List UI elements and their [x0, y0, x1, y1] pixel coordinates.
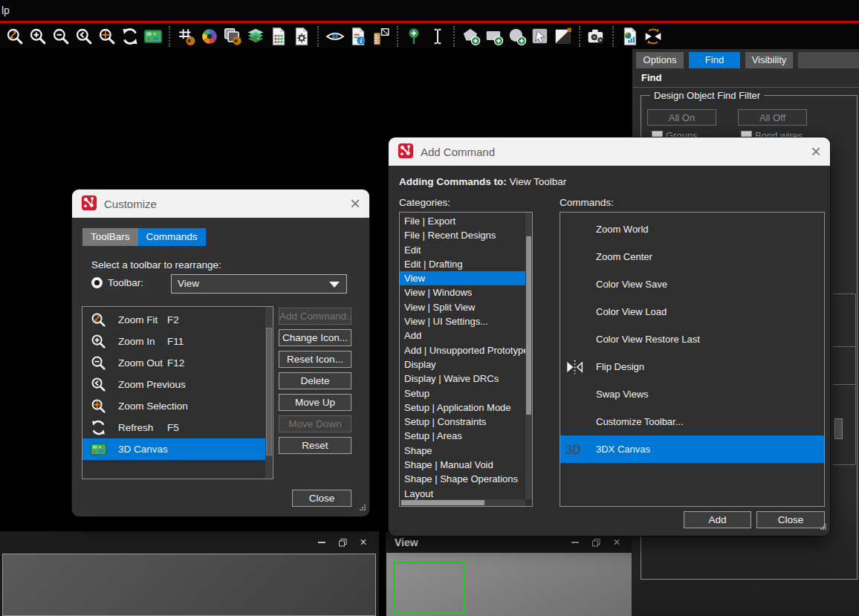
scrollbar-thumb[interactable]	[526, 236, 531, 415]
category-item[interactable]: Setup | Application Mode	[400, 401, 525, 415]
minimize-icon[interactable]	[570, 537, 580, 548]
minimize-icon[interactable]	[317, 537, 327, 548]
report-chart-icon[interactable]	[620, 26, 640, 46]
category-item[interactable]: Setup	[400, 386, 525, 401]
category-item[interactable]: File | Recent Designs	[400, 228, 525, 242]
scrollbar-thumb[interactable]	[266, 328, 272, 455]
close-icon[interactable]: ×	[612, 537, 622, 548]
category-item[interactable]: View | Split View	[400, 300, 525, 314]
close-button[interactable]: Close	[756, 511, 825, 528]
zoom-out-icon[interactable]	[51, 26, 71, 46]
text-tool-icon[interactable]	[427, 26, 447, 46]
scrollbar-thumb[interactable]	[401, 500, 484, 505]
resize-grip[interactable]	[819, 522, 827, 534]
all-off-button[interactable]: All Off	[738, 109, 807, 126]
customize-dialog-titlebar[interactable]: Customize ×	[72, 189, 369, 218]
reset-icon-button[interactable]: Reset Icon...	[279, 351, 351, 368]
all-on-button[interactable]: All On	[647, 109, 716, 126]
add-circle-icon[interactable]	[507, 26, 527, 46]
horizontal-scrollbar[interactable]	[400, 499, 525, 506]
parameters-doc-icon[interactable]	[291, 26, 311, 46]
color-wheel-icon[interactable]	[199, 26, 219, 46]
category-item[interactable]: Display	[400, 357, 525, 372]
tab-options[interactable]: Options	[636, 52, 684, 68]
snapshot-settings-icon[interactable]	[586, 26, 606, 46]
zoom-previous-icon[interactable]	[74, 26, 94, 46]
close-icon[interactable]: ×	[811, 144, 821, 159]
bottom-left-panel-content[interactable]	[2, 554, 376, 616]
zoom-in-icon[interactable]	[27, 26, 48, 46]
command-row[interactable]: Color View Restore Last	[560, 325, 824, 353]
category-item[interactable]: Setup | Constraints	[400, 415, 525, 429]
menu-item-help[interactable]: lp	[0, 4, 10, 16]
add-polygon-icon[interactable]	[461, 26, 481, 46]
zoom-selection-icon[interactable]	[97, 26, 117, 46]
shadow-mode-icon[interactable]	[222, 26, 242, 46]
delete-button[interactable]: Delete	[279, 372, 351, 389]
layers-icon[interactable]	[245, 26, 265, 46]
restore-icon[interactable]	[337, 537, 348, 548]
command-row[interactable]: 3D Canvas	[82, 438, 265, 460]
category-item[interactable]: View	[400, 271, 525, 285]
command-row[interactable]: 3D3DX Canvas	[560, 435, 824, 463]
category-item[interactable]: File | Export	[400, 214, 525, 228]
add-button[interactable]: Add	[684, 511, 751, 528]
category-item[interactable]: Add	[400, 328, 525, 343]
command-row[interactable]: Color View Load	[560, 298, 824, 325]
command-row[interactable]: Zoom OutF12	[82, 352, 265, 374]
category-item[interactable]: Shape | Shape Operations	[400, 472, 525, 486]
slope-tool-icon[interactable]	[553, 26, 573, 46]
scrollbar-fragment[interactable]	[834, 418, 843, 439]
zoom-fit-icon[interactable]	[4, 26, 25, 46]
category-item[interactable]: Shape | Manual Void	[400, 458, 525, 472]
swap-views-icon[interactable]	[643, 26, 663, 46]
reset-button[interactable]: Reset	[279, 437, 351, 454]
add-command-dialog-titlebar[interactable]: Add Command ×	[389, 137, 830, 166]
toolbar-radio[interactable]	[91, 277, 103, 288]
command-row[interactable]: Zoom InF11	[82, 331, 265, 352]
change-icon-button[interactable]: Change Icon...	[279, 329, 351, 346]
category-item[interactable]: View | Windows	[400, 285, 525, 299]
command-row[interactable]: Flip Design	[560, 353, 824, 380]
command-row[interactable]: Zoom World	[560, 215, 824, 243]
tab-toolbars[interactable]: ToolBars	[82, 228, 138, 246]
command-row[interactable]: Zoom Previous	[82, 374, 265, 395]
command-row[interactable]: Zoom FitF2	[82, 309, 265, 331]
category-item[interactable]: Shape	[400, 444, 525, 458]
tab-commands[interactable]: Commands	[138, 228, 206, 246]
close-icon[interactable]: ×	[358, 537, 369, 548]
category-item[interactable]: Add | Unsupported Prototypes	[400, 343, 525, 357]
category-item[interactable]: Display | Waive DRCs	[400, 372, 525, 386]
refresh-icon[interactable]	[120, 26, 140, 46]
select-tool-icon[interactable]	[530, 26, 550, 46]
category-item[interactable]: Edit	[400, 243, 525, 257]
command-row[interactable]: Zoom Selection	[82, 395, 265, 417]
command-row[interactable]: Color View Save	[560, 270, 824, 298]
move-down-button[interactable]: Move Down	[279, 415, 351, 432]
restore-icon[interactable]	[591, 537, 601, 548]
toolbar-select[interactable]: View	[171, 274, 347, 294]
tab-find[interactable]: Find	[689, 52, 740, 68]
resize-grip[interactable]	[358, 503, 366, 514]
spreadsheet-doc-icon[interactable]	[268, 26, 288, 46]
category-item[interactable]: Edit | Drafting	[400, 257, 525, 271]
tab-visibility[interactable]: Visibility	[745, 52, 793, 68]
add-command-button[interactable]: Add Command...	[279, 308, 351, 325]
measure-3d-icon[interactable]	[371, 26, 391, 46]
move-up-button[interactable]: Move Up	[279, 394, 351, 411]
info-doc-icon[interactable]: i	[348, 26, 368, 46]
scrollbar[interactable]	[265, 307, 273, 479]
close-button[interactable]: Close	[292, 490, 351, 507]
view-panel-content[interactable]	[386, 553, 632, 616]
scrollbar[interactable]	[525, 213, 532, 499]
3d-canvas-icon[interactable]	[143, 26, 163, 46]
command-row[interactable]: Customize Toolbar...	[560, 408, 824, 435]
viewport-indicator-rect[interactable]	[393, 562, 464, 614]
command-row[interactable]: RefreshF5	[82, 417, 265, 438]
grid-toggle-icon[interactable]	[176, 26, 196, 46]
add-pin-icon[interactable]	[404, 26, 424, 46]
close-icon[interactable]: ×	[350, 196, 360, 211]
add-rectangle-icon[interactable]	[484, 26, 504, 46]
visibility-eye-icon[interactable]	[325, 26, 345, 46]
category-item[interactable]: View | UI Settings...	[400, 314, 525, 328]
